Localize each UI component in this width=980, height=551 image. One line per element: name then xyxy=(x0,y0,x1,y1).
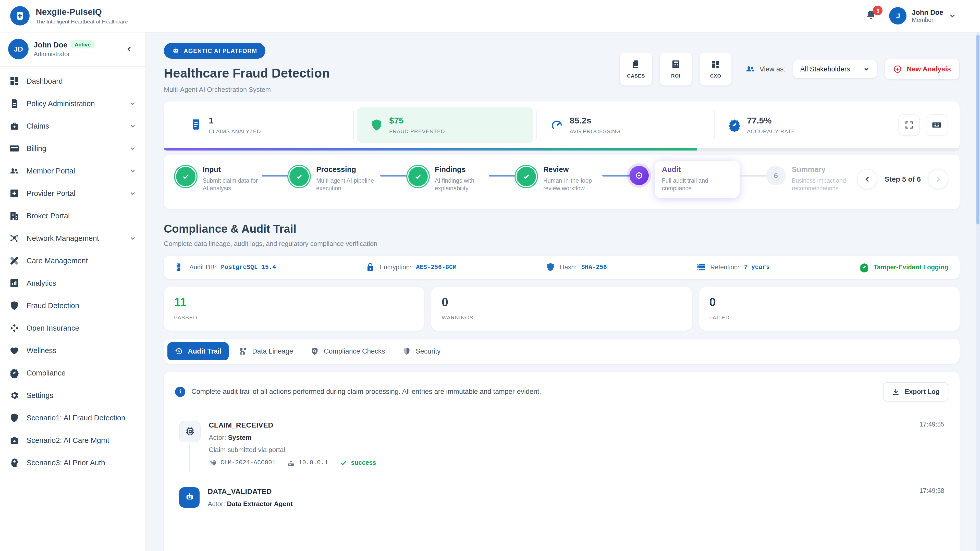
section-heading: Compliance & Audit Trail xyxy=(164,222,959,236)
plus-circle-icon xyxy=(894,65,902,73)
plus-square-icon xyxy=(9,188,19,198)
step-findings[interactable]: Findings AI findings with explainability xyxy=(407,166,489,193)
sidebar-item-broker-portal[interactable]: Broker Portal xyxy=(0,205,145,227)
diamonds-icon xyxy=(9,323,19,333)
sidebar-user-name: John Doe xyxy=(34,41,67,49)
platform-badge: AGENTIC AI PLATFORM xyxy=(164,43,265,59)
sidebar-item-scenario1-ai-fraud-detection[interactable]: Scenario1: AI Fraud Detection xyxy=(0,407,145,429)
step-done-circle xyxy=(175,166,197,187)
stat-avg-processing: 85.2s AVG PROCESSING xyxy=(537,111,714,139)
chevron-down-icon xyxy=(129,145,136,152)
tab-security[interactable]: Security xyxy=(395,342,448,360)
sidebar-item-scenario2-ai-care-mgmt[interactable]: Scenario2: AI Care Mgmt xyxy=(0,429,145,451)
previous-step-button[interactable] xyxy=(857,169,877,189)
new-analysis-button[interactable]: New Analysis xyxy=(885,59,959,79)
sidebar-item-label: Scenario1: AI Fraud Detection xyxy=(27,414,125,422)
sidebar-item-claims[interactable]: Claims xyxy=(0,115,145,137)
step-connector xyxy=(489,175,516,176)
tab-label: Audit Trail xyxy=(188,348,221,355)
step-desc: AI findings with explainability xyxy=(435,177,489,193)
scrollbar-thumb[interactable] xyxy=(977,35,980,224)
entry-timestamp: 17:49:55 xyxy=(920,421,944,428)
sidebar-item-billing[interactable]: Billing xyxy=(0,137,145,160)
step-done-circle xyxy=(289,166,310,187)
fingerprint-icon xyxy=(209,459,217,467)
chevron-down-icon xyxy=(129,190,136,197)
workflow-steps: Input Submit claim data for AI analysis … xyxy=(164,155,959,209)
chevron-down-icon xyxy=(129,100,136,107)
entry-actor-label: Actor: xyxy=(209,433,226,441)
export-log-button[interactable]: Export Log xyxy=(883,382,948,402)
roi-button[interactable]: ROI xyxy=(659,52,692,86)
sidebar-item-open-insurance[interactable]: Open Insurance xyxy=(0,317,145,339)
sidebar-item-dashboard[interactable]: Dashboard xyxy=(0,70,145,92)
sidebar-item-wellness[interactable]: Wellness xyxy=(0,339,145,362)
stat-fraud-prevented: $75 FRAUD PREVENTED xyxy=(356,106,533,143)
chip-label: Audit DB: xyxy=(189,264,216,271)
sidebar-item-compliance[interactable]: Compliance xyxy=(0,362,145,384)
badge-check-icon xyxy=(9,368,19,378)
step-connector xyxy=(380,175,407,176)
step-done-circle xyxy=(407,166,429,187)
roi-label: ROI xyxy=(671,73,681,79)
sidebar-item-network-management[interactable]: Network Management xyxy=(0,227,145,249)
sidebar-item-provider-portal[interactable]: Provider Portal xyxy=(0,182,145,205)
entry-event: CLAIM_RECEIVED xyxy=(209,421,273,429)
shield-icon xyxy=(370,118,383,132)
sidebar-item-label: Fraud Detection xyxy=(27,302,79,310)
check-icon xyxy=(182,172,190,181)
sidebar-item-policy-administration[interactable]: Policy Administration xyxy=(0,92,145,115)
step-summary[interactable]: 6 Summary Business impact and recommenda… xyxy=(766,166,848,193)
entry-actor-value: System xyxy=(228,433,251,441)
step-title: Summary xyxy=(792,166,848,174)
view-as: View as: xyxy=(745,64,786,74)
chevron-left-icon xyxy=(126,45,133,53)
entry-timestamp: 17:49:58 xyxy=(920,487,944,494)
entry-status-value: success xyxy=(351,459,376,466)
sidebar-item-label: Broker Portal xyxy=(27,212,70,220)
dashboard-icon xyxy=(9,76,19,86)
chip-value: AES-256-GCM xyxy=(416,264,456,271)
audit-info-text: Complete audit trail of all actions perf… xyxy=(191,388,541,395)
entry-status: success xyxy=(339,459,376,467)
tab-audit-trail[interactable]: Audit Trail xyxy=(167,342,229,360)
history-icon xyxy=(175,347,183,356)
sidebar-item-settings[interactable]: Settings xyxy=(0,384,145,407)
step-audit-current[interactable]: Audit Full audit trail and compliance xyxy=(629,166,740,198)
step-processing[interactable]: Processing Multi-agent AI pipeline execu… xyxy=(289,166,380,193)
sidebar-item-care-management[interactable]: Care Management xyxy=(0,249,145,272)
cxo-button[interactable]: CXO xyxy=(699,52,732,86)
next-step-button[interactable] xyxy=(928,169,948,189)
heart-icon xyxy=(9,345,19,356)
cases-button[interactable]: CASES xyxy=(620,52,652,86)
step-review[interactable]: Review Human-in-the-loop review workflow xyxy=(516,166,603,193)
shield-icon xyxy=(9,413,19,423)
stat-claims-analyzed: 1 CLAIMS ANALYZED xyxy=(176,111,353,139)
tab-data-lineage[interactable]: Data Lineage xyxy=(232,342,301,360)
credit-card-icon xyxy=(9,143,19,154)
bandage-icon xyxy=(9,256,19,266)
step-input[interactable]: Input Submit claim data for AI analysis xyxy=(175,166,262,193)
sidebar-collapse-button[interactable] xyxy=(121,43,137,55)
user-menu[interactable]: J John Doe Member xyxy=(889,7,956,24)
keyboard-shortcuts-button[interactable] xyxy=(926,114,947,136)
entry-icon-box xyxy=(179,487,200,508)
sidebar-item-scenario3-ai-prior-auth[interactable]: Scenario3: AI Prior Auth xyxy=(0,451,145,474)
gear-icon xyxy=(9,390,19,400)
chip-value: 7 years xyxy=(744,264,770,271)
tab-compliance-checks[interactable]: Compliance Checks xyxy=(304,342,392,360)
sidebar-item-label: Scenario3: AI Prior Auth xyxy=(27,459,105,467)
entry-meta: CLM-2024-ACC001 10.0.0.1 success xyxy=(209,459,944,467)
notifications-button[interactable]: 5 xyxy=(865,9,878,22)
entry-icon-box xyxy=(179,421,200,442)
view-as-select[interactable]: All Stakeholders xyxy=(793,59,878,78)
scrollbar-track[interactable] xyxy=(976,32,980,551)
step-title: Review xyxy=(543,166,603,174)
sidebar-item-fraud-detection[interactable]: Fraud Detection xyxy=(0,294,145,317)
fullscreen-button[interactable] xyxy=(898,114,920,136)
sidebar-item-member-portal[interactable]: Member Portal xyxy=(0,160,145,182)
sidebar-item-analytics[interactable]: Analytics xyxy=(0,272,145,294)
view-as-value: All Stakeholders xyxy=(800,65,850,73)
stat-label: ACCURACY RATE xyxy=(747,128,795,134)
stat-accuracy-rate: 77.5% ACCURACY RATE xyxy=(714,111,891,139)
